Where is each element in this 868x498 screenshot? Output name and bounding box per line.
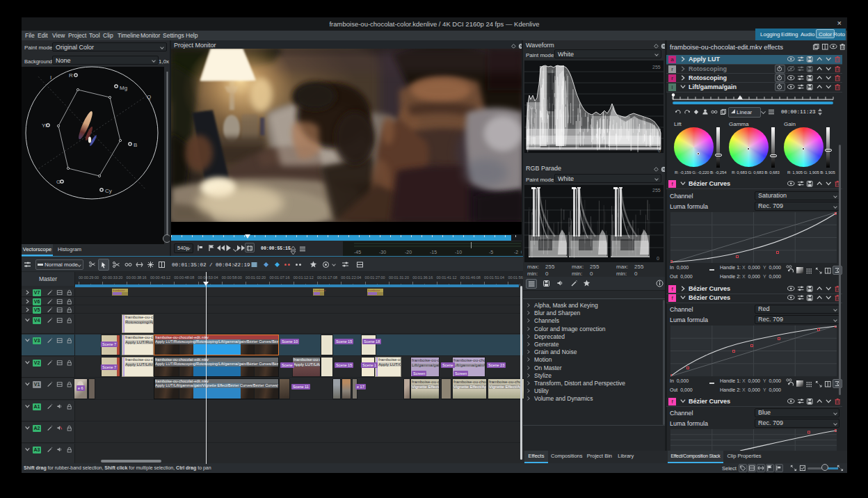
svg-text:Q: Q (147, 94, 151, 100)
svg-text:0: 0 (657, 256, 659, 261)
svg-text:R: R (69, 72, 73, 79)
svg-text:255: 255 (652, 65, 661, 70)
svg-text:Cy: Cy (105, 188, 112, 194)
svg-text:Mg: Mg (120, 85, 127, 91)
svg-text:B: B (134, 142, 137, 148)
svg-text:Yl: Yl (42, 122, 47, 129)
svg-text:255: 255 (652, 188, 661, 193)
svg-text:I: I (50, 74, 51, 81)
